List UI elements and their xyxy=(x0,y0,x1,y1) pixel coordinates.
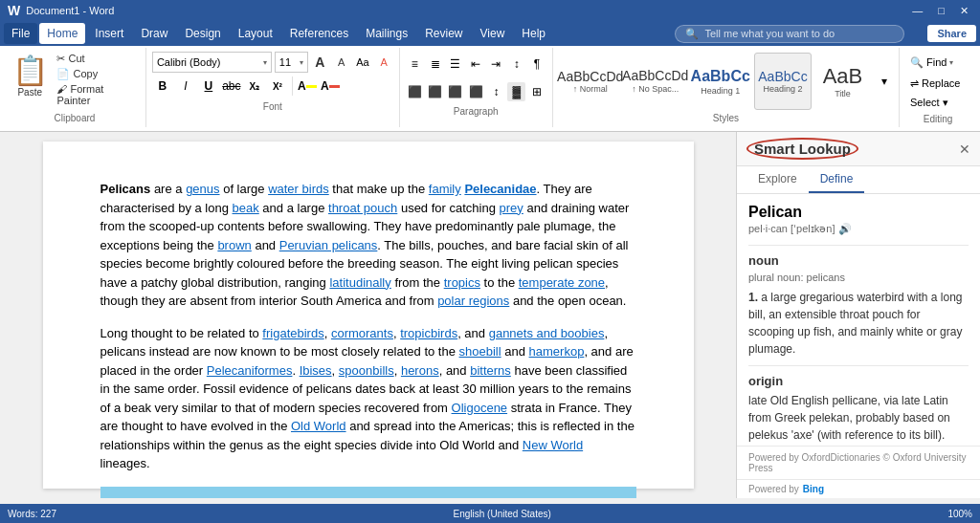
style-no-spacing-button[interactable]: AaBbCcDd ↑ No Spac... xyxy=(624,53,687,110)
link-hamerkop[interactable]: hamerkop xyxy=(529,344,585,359)
grow-font-button[interactable]: A xyxy=(311,53,329,72)
change-case-button[interactable]: Aa xyxy=(353,53,371,72)
menu-layout[interactable]: Layout xyxy=(231,23,280,44)
define-tab[interactable]: Define xyxy=(809,166,865,193)
select-button[interactable]: Select ▾ xyxy=(905,94,970,112)
panel-content[interactable]: Pelican pel·i·can [ˈpelɪkən] 🔊 noun plur… xyxy=(737,194,980,446)
link-polar-regions[interactable]: polar regions xyxy=(437,294,509,308)
link-new-world[interactable]: New World xyxy=(523,438,583,452)
decrease-indent-button[interactable]: ⇤ xyxy=(467,54,485,74)
menu-review[interactable]: Review xyxy=(417,23,470,44)
subscript-button[interactable]: X₂ xyxy=(244,76,265,97)
borders-button[interactable]: ⊞ xyxy=(527,82,546,101)
format-painter-button[interactable]: 🖌 Format Painter xyxy=(54,82,139,107)
shading-button[interactable]: ▓ xyxy=(507,82,525,101)
link-temperate-zone[interactable]: temperate zone xyxy=(519,275,605,290)
numbering-button[interactable]: ≣ xyxy=(426,54,444,74)
definition-text: 1. a large gregarious waterbird with a l… xyxy=(748,289,969,358)
style-title-button[interactable]: AaB Title xyxy=(813,53,872,110)
menu-insert[interactable]: Insert xyxy=(87,23,131,44)
link-tropicbirds[interactable]: tropicbirds xyxy=(400,326,457,340)
zoom-level: 100% xyxy=(947,509,972,519)
paragraph-label: Paragraph xyxy=(406,104,546,117)
styles-dropdown-button[interactable]: ▾ xyxy=(876,72,893,91)
justify-button[interactable]: ⬛ xyxy=(467,82,485,101)
italic-button[interactable]: I xyxy=(175,76,196,97)
link-beak[interactable]: beak xyxy=(233,201,259,215)
minimize-button[interactable]: — xyxy=(908,5,926,17)
document-area[interactable]: Pelicans are a genus of large water bird… xyxy=(0,132,736,498)
menu-file[interactable]: File xyxy=(4,23,37,44)
style-heading1-button[interactable]: AaBbCc Heading 1 xyxy=(689,53,752,110)
link-pelecanidae[interactable]: Pelecanidae xyxy=(464,182,536,196)
sort-button[interactable]: ↕ xyxy=(507,54,525,74)
menu-draw[interactable]: Draw xyxy=(133,23,175,44)
link-herons[interactable]: herons xyxy=(401,363,439,378)
strikethrough-button[interactable]: abc xyxy=(221,76,242,97)
smart-lookup-title: Smart Lookup xyxy=(746,138,858,160)
menu-home[interactable]: Home xyxy=(39,23,85,44)
copy-button[interactable]: 📄 Copy xyxy=(54,67,139,81)
dict-word: Pelican xyxy=(748,204,969,221)
explore-tab[interactable]: Explore xyxy=(746,166,809,193)
cut-button[interactable]: ✂ Cut xyxy=(54,52,139,66)
underline-button[interactable]: U xyxy=(198,76,219,97)
shrink-font-button[interactable]: A xyxy=(332,53,350,72)
link-oligocene[interactable]: Oligocene xyxy=(452,401,508,415)
link-shoebill[interactable]: shoebill xyxy=(459,344,501,359)
bullets-button[interactable]: ≡ xyxy=(406,54,424,74)
maximize-button[interactable]: □ xyxy=(934,5,948,17)
close-button[interactable]: ✕ xyxy=(956,5,972,17)
tell-me-input[interactable]: 🔍 Tell me what you want to do xyxy=(675,25,904,43)
link-waterbirds[interactable]: water birds xyxy=(268,182,329,196)
link-tropics[interactable]: tropics xyxy=(444,275,480,290)
link-brown[interactable]: brown xyxy=(217,238,251,252)
increase-indent-button[interactable]: ⇥ xyxy=(487,54,505,74)
link-pelecaniformes[interactable]: Pelecaniformes xyxy=(207,363,293,378)
align-left-button[interactable]: ⬛ xyxy=(406,82,424,101)
link-old-world[interactable]: Old World xyxy=(291,419,346,433)
align-right-button[interactable]: ⬛ xyxy=(446,82,464,101)
ribbon: 📋 Paste ✂ Cut 📄 Copy 🖌 Format Painter Cl… xyxy=(0,46,980,132)
link-bitterns[interactable]: bitterns xyxy=(470,363,511,378)
line-spacing-button[interactable]: ↕ xyxy=(487,82,505,101)
menu-design[interactable]: Design xyxy=(177,23,228,44)
link-ibises[interactable]: Ibises xyxy=(300,363,332,378)
align-center-button[interactable]: ⬛ xyxy=(426,82,444,101)
style-heading2-button[interactable]: AaBbCc Heading 2 xyxy=(754,53,813,110)
menu-references[interactable]: References xyxy=(282,23,356,44)
link-peruvian[interactable]: Peruvian pelicans xyxy=(279,238,378,252)
link-gannets[interactable]: gannets and boobies xyxy=(489,326,605,340)
menu-help[interactable]: Help xyxy=(514,23,553,44)
superscript-button[interactable]: X² xyxy=(267,76,288,97)
document-page[interactable]: Pelicans are a genus of large water bird… xyxy=(43,142,694,489)
clear-formatting-button[interactable]: A xyxy=(374,53,392,72)
bing-logo: Bing xyxy=(803,484,824,494)
share-button[interactable]: Share xyxy=(927,25,976,42)
link-cormorants[interactable]: cormorants xyxy=(331,326,393,340)
link-spoonbills[interactable]: spoonbills xyxy=(339,363,394,378)
text-highlight-button[interactable]: A xyxy=(297,76,318,97)
bold-button[interactable]: B xyxy=(152,76,173,97)
find-button[interactable]: 🔍 Find ▾ xyxy=(905,52,970,73)
replace-button[interactable]: ⇌ Replace xyxy=(905,73,970,94)
panel-close-button[interactable]: ✕ xyxy=(959,142,970,157)
link-latitudinally[interactable]: latitudinally xyxy=(329,275,390,290)
link-frigatebirds[interactable]: frigatebirds xyxy=(262,326,323,340)
font-size-selector[interactable]: 11 ▾ xyxy=(275,52,308,73)
menu-mailings[interactable]: Mailings xyxy=(358,23,415,44)
sound-icon[interactable]: 🔊 xyxy=(838,223,852,235)
link-prey[interactable]: prey xyxy=(500,201,523,215)
divider-1 xyxy=(748,245,969,246)
multilevel-list-button[interactable]: ☰ xyxy=(446,54,464,74)
link-throat-pouch[interactable]: throat pouch xyxy=(328,201,397,215)
font-name-selector[interactable]: Calibri (Body) ▾ xyxy=(152,52,272,73)
menu-view[interactable]: View xyxy=(473,23,513,44)
style-normal-button[interactable]: AaBbCcDd ↑ Normal xyxy=(559,53,622,110)
show-hide-button[interactable]: ¶ xyxy=(527,54,546,74)
font-color-button[interactable]: A xyxy=(320,76,341,97)
paste-button[interactable]: 📋 Paste xyxy=(10,52,50,99)
font-section: Calibri (Body) ▾ 11 ▾ A A Aa A B I U abc… xyxy=(146,48,400,127)
link-family[interactable]: family xyxy=(429,182,461,196)
link-genus[interactable]: genus xyxy=(186,182,219,196)
